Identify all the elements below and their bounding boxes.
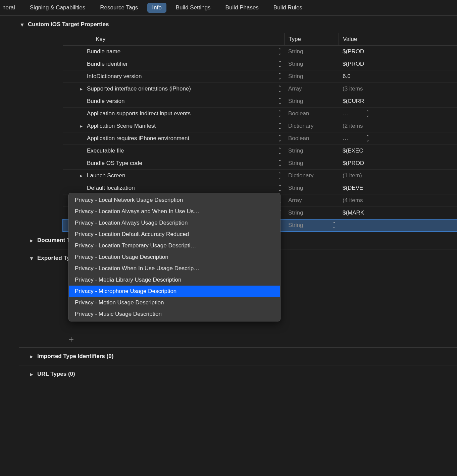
- key-stepper-icon[interactable]: [278, 61, 282, 67]
- type-cell[interactable]: String: [284, 61, 339, 67]
- plist-row[interactable]: Application requires iPhone environmentB…: [63, 132, 457, 145]
- autocomplete-option[interactable]: Privacy - Music Usage Description: [69, 308, 280, 320]
- value-cell[interactable]: (1 item): [339, 172, 372, 179]
- value-cell[interactable]: 6.0: [339, 73, 372, 80]
- plist-row[interactable]: Application supports indirect input even…: [63, 108, 457, 120]
- plist-row[interactable]: Bundle versionString$(CURR: [63, 95, 457, 108]
- key-text: Bundle name: [87, 48, 120, 55]
- plist-row[interactable]: Executable fileString$(EXEC: [63, 145, 457, 157]
- section-custom-ios-target-properties[interactable]: Custom iOS Target Properties: [19, 16, 457, 33]
- value-cell[interactable]: $(PROD: [339, 160, 372, 167]
- autocomplete-option[interactable]: Privacy - Location Default Accuracy Redu…: [69, 229, 280, 240]
- value-cell[interactable]: $(PROD: [339, 61, 372, 67]
- section-imported-type-identifiers[interactable]: Imported Type Identifiers (0): [19, 348, 457, 365]
- plist-row[interactable]: Application Scene ManifestDictionary(2 i…: [63, 120, 457, 132]
- key-text: Default localization: [87, 185, 135, 191]
- autocomplete-option[interactable]: Privacy - Location Temporary Usage Descr…: [69, 240, 280, 251]
- key-text: Application supports indirect input even…: [87, 110, 191, 117]
- disclosure-icon[interactable]: [78, 86, 85, 92]
- section-title: Exported Typ: [37, 255, 73, 261]
- autocomplete-option[interactable]: Privacy - Location Always Usage Descript…: [69, 217, 280, 229]
- value-text: $(CURR: [343, 98, 364, 105]
- autocomplete-option[interactable]: Privacy - Microphone Usage Description: [69, 286, 280, 297]
- chevron-down-icon: [19, 21, 25, 28]
- autocomplete-option[interactable]: Privacy - Location When In Use Usage Des…: [69, 263, 280, 274]
- key-stepper-icon[interactable]: [278, 123, 282, 129]
- type-cell[interactable]: String: [284, 210, 339, 216]
- key-stepper-icon[interactable]: [278, 185, 282, 191]
- value-stepper-icon[interactable]: [366, 110, 369, 117]
- plist-row[interactable]: Supported interface orientations (iPhone…: [63, 83, 457, 95]
- key-stepper-icon[interactable]: [278, 110, 282, 117]
- type-cell[interactable]: Array: [284, 85, 339, 92]
- type-cell[interactable]: Boolean: [284, 110, 339, 117]
- tab-info[interactable]: Info: [147, 3, 166, 13]
- value-text: $(PROD: [343, 160, 364, 167]
- type-cell[interactable]: String: [284, 73, 339, 80]
- type-cell[interactable]: String: [284, 147, 339, 154]
- key-stepper-icon[interactable]: [278, 48, 282, 55]
- column-header-type[interactable]: Type: [284, 33, 339, 45]
- type-stepper-icon[interactable]: [333, 222, 336, 229]
- value-cell[interactable]: …: [339, 135, 372, 142]
- tab-build-rules[interactable]: Build Rules: [266, 0, 310, 15]
- section-title: Document Ty: [37, 237, 73, 244]
- value-cell[interactable]: $(MARK: [339, 210, 372, 216]
- section-title: Imported Type Identifiers (0): [37, 353, 113, 360]
- key-stepper-icon[interactable]: [278, 147, 282, 154]
- plist-row[interactable]: Bundle nameString$(PROD: [63, 46, 457, 58]
- value-cell[interactable]: $(DEVE: [339, 185, 372, 191]
- disclosure-icon[interactable]: [78, 173, 85, 178]
- tab-resource-tags[interactable]: Resource Tags: [93, 0, 145, 15]
- disclosure-icon[interactable]: [78, 123, 85, 129]
- tab-build-settings[interactable]: Build Settings: [168, 0, 218, 15]
- type-cell[interactable]: Dictionary: [284, 123, 339, 129]
- value-text: …: [343, 110, 348, 117]
- plist-row[interactable]: Bundle identifierString$(PROD: [63, 58, 457, 70]
- column-header-value[interactable]: Value: [339, 33, 372, 45]
- plist-row[interactable]: Launch ScreenDictionary(1 item): [63, 170, 457, 182]
- type-cell[interactable]: String: [284, 185, 339, 191]
- section-url-types[interactable]: URL Types (0): [19, 365, 457, 383]
- type-cell[interactable]: String: [284, 160, 339, 167]
- value-cell[interactable]: (4 items: [339, 197, 372, 204]
- key-stepper-icon[interactable]: [278, 135, 282, 142]
- key-stepper-icon[interactable]: [278, 172, 282, 179]
- key-stepper-icon[interactable]: [278, 160, 282, 167]
- type-cell[interactable]: Array: [284, 197, 339, 204]
- autocomplete-option[interactable]: Privacy - Local Network Usage Descriptio…: [69, 194, 280, 206]
- plist-row[interactable]: InfoDictionary versionString6.0: [63, 70, 457, 83]
- type-cell[interactable]: Boolean: [284, 135, 339, 142]
- autocomplete-option[interactable]: Privacy - Location Usage Description: [69, 251, 280, 263]
- tab-signing[interactable]: Signing & Capabilities: [22, 0, 93, 15]
- tab-general[interactable]: neral: [0, 0, 22, 15]
- autocomplete-option[interactable]: Privacy - Media Library Usage Descriptio…: [69, 274, 280, 286]
- value-cell[interactable]: (2 items: [339, 123, 372, 129]
- value-cell[interactable]: (3 items: [339, 85, 372, 92]
- add-button[interactable]: ＋: [67, 331, 457, 347]
- value-cell[interactable]: $(CURR: [339, 98, 372, 105]
- value-cell[interactable]: …: [339, 110, 372, 117]
- type-cell-text: String: [288, 222, 303, 229]
- key-stepper-icon[interactable]: [278, 98, 282, 105]
- key-text: Supported interface orientations (iPhone…: [87, 85, 191, 92]
- tab-build-phases[interactable]: Build Phases: [218, 0, 266, 15]
- chevron-right-icon: [29, 353, 35, 360]
- type-cell[interactable]: String: [284, 98, 339, 105]
- plist-row[interactable]: Bundle OS Type codeString$(PROD: [63, 157, 457, 170]
- value-cell[interactable]: $(EXEC: [339, 147, 372, 154]
- key-autocomplete-popup[interactable]: Privacy - Local Network Usage Descriptio…: [68, 193, 281, 321]
- value-stepper-icon[interactable]: [366, 135, 369, 142]
- key-stepper-icon[interactable]: [278, 85, 282, 92]
- key-stepper-icon[interactable]: [278, 73, 282, 80]
- key-text: Bundle version: [87, 98, 124, 105]
- key-text: Bundle identifier: [87, 61, 128, 67]
- plist-header: Key Type Value: [63, 33, 457, 46]
- type-cell[interactable]: String: [284, 48, 339, 55]
- type-cell[interactable]: Dictionary: [284, 172, 339, 179]
- autocomplete-option[interactable]: Privacy - Location Always and When In Us…: [69, 206, 280, 217]
- autocomplete-option[interactable]: Privacy - Motion Usage Description: [69, 297, 280, 308]
- value-cell[interactable]: $(PROD: [339, 48, 372, 55]
- column-header-key[interactable]: Key: [63, 36, 284, 43]
- value-text: 6.0: [343, 73, 351, 80]
